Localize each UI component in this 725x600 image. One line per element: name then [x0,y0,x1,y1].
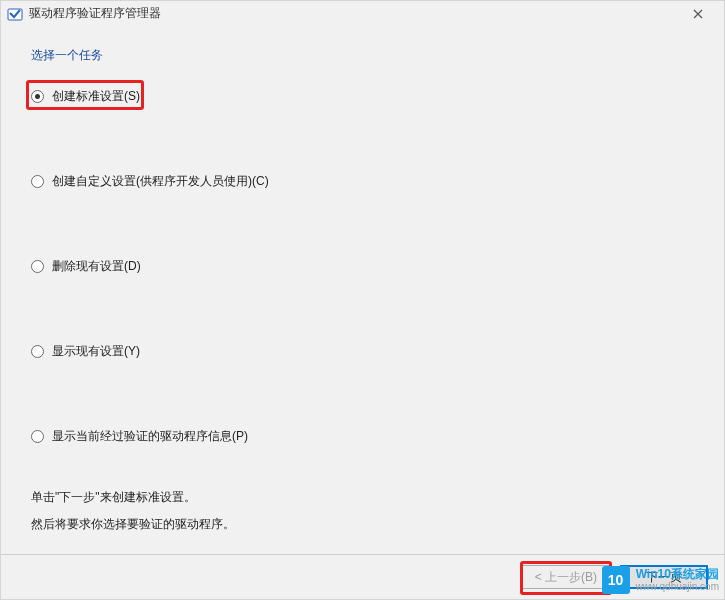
window-title: 驱动程序验证程序管理器 [29,5,678,22]
close-button[interactable] [678,2,718,26]
radio-option-show[interactable]: 显示现有设置(Y) [31,339,694,364]
help-line-1: 单击"下一步"来创建标准设置。 [31,487,694,509]
content: 选择一个任务 创建标准设置(S) 创建自定义设置(供程序开发人员使用)(C) 删… [1,27,724,554]
radio-group: 创建标准设置(S) 创建自定义设置(供程序开发人员使用)(C) 删除现有设置(D… [31,84,694,542]
back-button: < 上一步(B) [520,565,612,589]
radio-icon [31,175,44,188]
close-icon [693,9,703,19]
radio-option-info[interactable]: 显示当前经过验证的驱动程序信息(P) [31,424,694,449]
radio-icon [31,430,44,443]
titlebar: 驱动程序验证程序管理器 [1,1,724,27]
radio-label: 显示当前经过验证的驱动程序信息(P) [52,428,248,445]
footer: < 上一步(B) 下一页 [1,554,724,599]
task-prompt: 选择一个任务 [31,47,694,64]
help-line-2: 然后将要求你选择要验证的驱动程序。 [31,514,694,536]
radio-icon [31,90,44,103]
radio-icon [31,345,44,358]
window: 驱动程序验证程序管理器 选择一个任务 创建标准设置(S) 创建自定义设置(供程序… [0,0,725,600]
radio-option-standard[interactable]: 创建标准设置(S) [31,84,694,109]
app-icon [7,6,23,22]
radio-option-custom[interactable]: 创建自定义设置(供程序开发人员使用)(C) [31,169,694,194]
radio-label: 删除现有设置(D) [52,258,141,275]
radio-option-delete[interactable]: 删除现有设置(D) [31,254,694,279]
radio-label: 创建自定义设置(供程序开发人员使用)(C) [52,173,269,190]
radio-label: 创建标准设置(S) [52,88,140,105]
radio-icon [31,260,44,273]
radio-label: 显示现有设置(Y) [52,343,140,360]
help-text: 单击"下一步"来创建标准设置。 然后将要求你选择要验证的驱动程序。 [31,487,694,542]
next-button[interactable]: 下一页 [620,565,708,589]
